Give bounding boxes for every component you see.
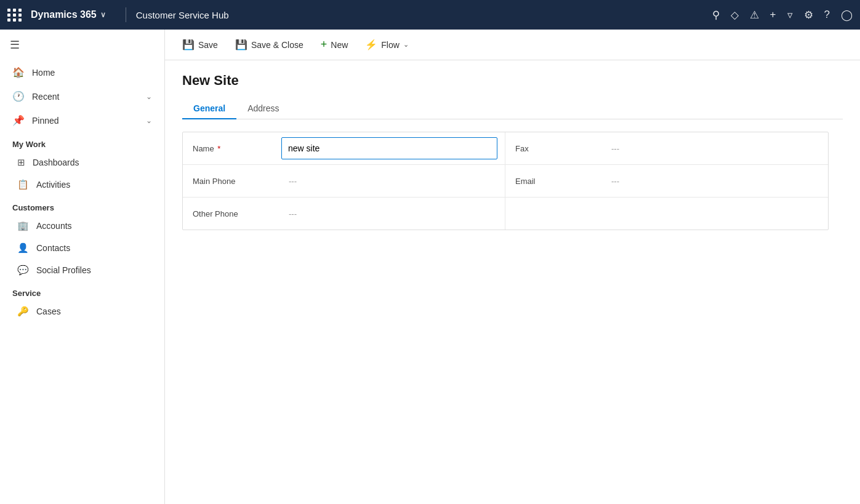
form-row-1: Name * Fax ---	[183, 132, 828, 164]
sidebar-label-activities: Activities	[36, 180, 70, 190]
sidebar-item-dashboards[interactable]: ⊞ Dashboards	[0, 151, 164, 174]
form-card: Name * Fax --- Main Phone ---	[182, 132, 829, 230]
brand-name: Dynamics 365	[31, 9, 97, 20]
form-col-main-phone: Main Phone ---	[183, 165, 505, 197]
form-tabs: General Address	[182, 98, 843, 119]
sidebar-label-cases: Cases	[36, 306, 61, 316]
label-email: Email	[505, 169, 604, 193]
new-plus-icon: +	[321, 38, 328, 51]
sidebar-item-recent[interactable]: 🕐 Recent ⌄	[0, 84, 164, 108]
sidebar-item-activities[interactable]: 📋 Activities	[0, 174, 164, 196]
form-col-other-phone: Other Phone ---	[183, 198, 505, 230]
top-navigation: Dynamics 365 ∨ Customer Service Hub ⚲ ◇ …	[0, 0, 860, 30]
social-profiles-icon: 💬	[17, 265, 29, 276]
save-close-button[interactable]: 💾 Save & Close	[228, 35, 311, 54]
flow-button[interactable]: ⚡ Flow ⌄	[358, 35, 416, 54]
section-header-service: Service	[0, 281, 164, 300]
required-indicator: *	[217, 144, 220, 153]
settings-icon[interactable]: ⚙	[804, 9, 813, 22]
brand-chevron-icon: ∨	[100, 10, 106, 19]
label-main-phone: Main Phone	[183, 169, 281, 193]
form-col-name: Name *	[183, 132, 505, 164]
label-other-phone: Other Phone	[183, 202, 281, 226]
sidebar-label-dashboards: Dashboards	[33, 158, 79, 167]
save-icon: 💾	[182, 39, 195, 50]
sidebar-label-contacts: Contacts	[36, 243, 70, 253]
app-switcher-button[interactable]	[7, 9, 22, 22]
main-content: 💾 Save 💾 Save & Close + New ⚡ Flow ⌄ New…	[165, 30, 860, 504]
label-fax: Fax	[505, 137, 604, 161]
sidebar-label-recent: Recent	[32, 92, 59, 102]
page-body: New Site General Address Name *	[165, 60, 860, 242]
lightbulb-icon[interactable]: ⚠	[750, 9, 759, 22]
recent-icon: 🕐	[12, 90, 25, 102]
accounts-icon: 🏢	[17, 220, 29, 231]
contacts-icon: 👤	[17, 242, 29, 254]
sidebar-item-accounts[interactable]: 🏢 Accounts	[0, 215, 164, 237]
form-col-fax: Fax ---	[505, 132, 828, 164]
chevron-down-icon: ⌄	[146, 92, 152, 101]
flow-chevron-icon: ⌄	[403, 41, 409, 49]
sidebar-label-pinned: Pinned	[32, 116, 59, 126]
form-row-3: Other Phone ---	[183, 197, 828, 230]
flow-label: Flow	[381, 40, 400, 50]
help-icon[interactable]: ?	[824, 9, 830, 21]
sidebar-item-home[interactable]: 🏠 Home	[0, 60, 164, 84]
nav-actions: ⚲ ◇ ⚠ + ▿ ⚙ ? ◯	[712, 9, 853, 22]
main-phone-value: ---	[281, 170, 505, 192]
sidebar: ☰ 🏠 Home 🕐 Recent ⌄ 📌 Pinned ⌄ My Work ⊞…	[0, 30, 165, 504]
toolbar: 💾 Save 💾 Save & Close + New ⚡ Flow ⌄	[165, 30, 860, 60]
dartboard-icon[interactable]: ◇	[731, 9, 739, 22]
user-icon[interactable]: ◯	[841, 9, 853, 22]
new-button[interactable]: + New	[313, 34, 356, 55]
cases-icon: 🔑	[17, 306, 29, 317]
form-col-email: Email ---	[505, 165, 828, 197]
sidebar-label-social-profiles: Social Profiles	[36, 265, 91, 275]
brand-title[interactable]: Dynamics 365 ∨	[31, 9, 106, 20]
other-phone-value: ---	[281, 203, 505, 225]
nav-divider	[126, 7, 126, 22]
chevron-down-icon-pinned: ⌄	[146, 116, 152, 125]
app-name: Customer Service Hub	[136, 10, 229, 20]
section-header-customers: Customers	[0, 196, 164, 215]
fax-value: ---	[604, 138, 828, 159]
pin-icon: 📌	[12, 114, 25, 126]
sidebar-item-contacts[interactable]: 👤 Contacts	[0, 237, 164, 259]
sidebar-label-home: Home	[32, 68, 55, 78]
app-layout: ☰ 🏠 Home 🕐 Recent ⌄ 📌 Pinned ⌄ My Work ⊞…	[0, 30, 860, 504]
name-input[interactable]	[281, 137, 497, 159]
name-label-text: Name	[193, 144, 214, 153]
dashboards-icon: ⊞	[17, 157, 25, 168]
home-icon: 🏠	[12, 66, 25, 78]
page-title: New Site	[182, 73, 843, 89]
hamburger-menu-icon[interactable]: ☰	[0, 30, 164, 60]
sidebar-item-social-profiles[interactable]: 💬 Social Profiles	[0, 259, 164, 281]
search-icon[interactable]: ⚲	[712, 9, 720, 22]
sidebar-item-cases[interactable]: 🔑 Cases	[0, 300, 164, 322]
section-header-my-work: My Work	[0, 132, 164, 151]
sidebar-item-pinned[interactable]: 📌 Pinned ⌄	[0, 108, 164, 132]
form-col-empty	[505, 198, 828, 230]
tab-general[interactable]: General	[182, 98, 236, 119]
tab-address[interactable]: Address	[236, 98, 290, 119]
label-name: Name *	[183, 137, 281, 161]
new-label: New	[331, 40, 348, 50]
add-icon[interactable]: +	[770, 9, 776, 21]
save-close-label: Save & Close	[251, 40, 303, 50]
email-value: ---	[604, 170, 828, 192]
flow-icon: ⚡	[365, 39, 377, 50]
save-close-icon: 💾	[235, 39, 247, 50]
sidebar-label-accounts: Accounts	[36, 221, 72, 231]
save-label: Save	[198, 40, 218, 50]
form-row-2: Main Phone --- Email ---	[183, 164, 828, 197]
save-button[interactable]: 💾 Save	[175, 35, 225, 54]
activities-icon: 📋	[17, 179, 29, 190]
filter-icon[interactable]: ▿	[787, 9, 793, 22]
